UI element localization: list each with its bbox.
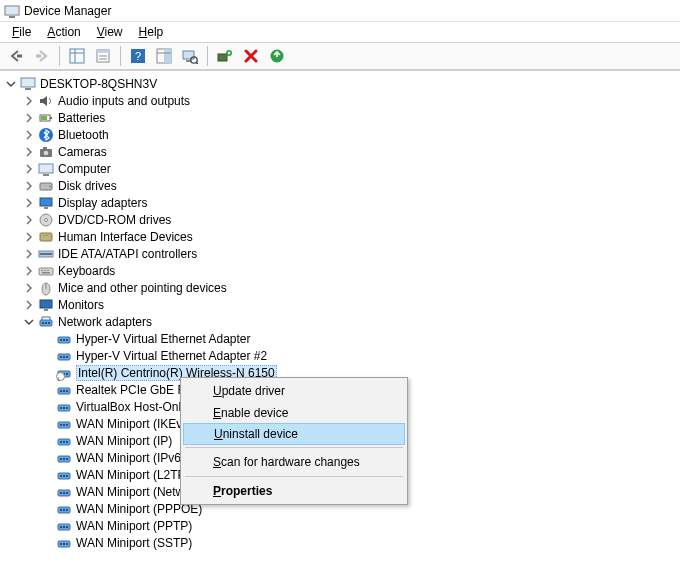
display-icon: [38, 195, 54, 211]
svg-rect-65: [63, 356, 65, 358]
tree-item-label: Bluetooth: [58, 128, 109, 142]
svg-rect-38: [44, 207, 48, 209]
toolbar-divider: [120, 46, 121, 66]
svg-rect-43: [46, 235, 48, 236]
svg-rect-70: [66, 373, 68, 375]
expander-closed-icon[interactable]: [22, 281, 36, 295]
tree-category-network[interactable]: Network adapters: [4, 313, 680, 330]
tree-item-label: WAN Miniport (PPTP): [76, 519, 192, 533]
expander-closed-icon[interactable]: [22, 264, 36, 278]
tree-device[interactable]: WAN Miniport (SSTP): [4, 534, 680, 551]
menubar: File Action View Help: [0, 22, 680, 42]
svg-rect-49: [47, 270, 49, 271]
tree-category[interactable]: Human Interface Devices: [4, 228, 680, 245]
tree-item-label: Cameras: [58, 145, 107, 159]
forward-icon[interactable]: [30, 45, 54, 67]
tree-category[interactable]: Keyboards: [4, 262, 680, 279]
svg-rect-66: [66, 356, 68, 358]
tree-item-label: Human Interface Devices: [58, 230, 193, 244]
tree-category[interactable]: DVD/CD-ROM drives: [4, 211, 680, 228]
uninstall-icon[interactable]: [265, 45, 289, 67]
expander-open-icon[interactable]: [22, 315, 36, 329]
toolbar-divider: [59, 46, 60, 66]
svg-rect-105: [63, 526, 65, 528]
svg-rect-76: [60, 407, 62, 409]
tree-category[interactable]: Audio inputs and outputs: [4, 92, 680, 109]
svg-rect-80: [60, 424, 62, 426]
battery-icon: [38, 110, 54, 126]
context-menu: Update driverEnable deviceUninstall devi…: [180, 377, 408, 505]
tree-view[interactable]: DESKTOP-8QSHN3VAudio inputs and outputsB…: [0, 70, 680, 584]
expander-closed-icon[interactable]: [22, 230, 36, 244]
expander-closed-icon[interactable]: [22, 179, 36, 193]
tree-category[interactable]: Mice and other pointing devices: [4, 279, 680, 296]
context-menu-item[interactable]: Properties: [183, 480, 405, 502]
tree-category[interactable]: Computer: [4, 160, 680, 177]
properties-icon[interactable]: [91, 45, 115, 67]
svg-rect-4: [36, 55, 41, 58]
menu-file[interactable]: File: [4, 23, 39, 41]
tree-category[interactable]: Batteries: [4, 109, 680, 126]
tree-category[interactable]: IDE ATA/ATAPI controllers: [4, 245, 680, 262]
svg-rect-72: [60, 390, 62, 392]
tree-device[interactable]: WAN Miniport (PPTP): [4, 517, 680, 534]
svg-point-36: [49, 185, 51, 187]
tree-item-label: DVD/CD-ROM drives: [58, 213, 171, 227]
disable-icon[interactable]: [239, 45, 263, 67]
svg-rect-92: [60, 475, 62, 477]
scan-hw-icon[interactable]: [178, 45, 202, 67]
tree-category[interactable]: Cameras: [4, 143, 680, 160]
tree-device[interactable]: Hyper-V Virtual Ethernet Adapter: [4, 330, 680, 347]
tree-category[interactable]: Disk drives: [4, 177, 680, 194]
show-hide-tree-icon[interactable]: [65, 45, 89, 67]
expander-open-icon[interactable]: [4, 77, 18, 91]
tree-category[interactable]: Bluetooth: [4, 126, 680, 143]
mouse-icon: [38, 280, 54, 296]
expander-closed-icon[interactable]: [22, 298, 36, 312]
tree-category[interactable]: Monitors: [4, 296, 680, 313]
menu-action[interactable]: Action: [39, 23, 88, 41]
tree-root-node[interactable]: DESKTOP-8QSHN3V: [4, 75, 680, 92]
tree-item-label: Disk drives: [58, 179, 117, 193]
tree-item-label: Mice and other pointing devices: [58, 281, 227, 295]
expander-closed-icon[interactable]: [22, 247, 36, 261]
svg-rect-5: [70, 49, 84, 63]
tree-item-label: WAN Miniport (IP): [76, 434, 172, 448]
tree-item-label: Keyboards: [58, 264, 115, 278]
svg-rect-46: [39, 268, 53, 275]
expander-closed-icon[interactable]: [22, 111, 36, 125]
add-legacy-icon[interactable]: [213, 45, 237, 67]
show-hidden-icon[interactable]: [152, 45, 176, 67]
context-menu-item[interactable]: Enable device: [183, 402, 405, 424]
context-menu-item-label: Update driver: [213, 384, 285, 398]
context-menu-item-label: Uninstall device: [214, 427, 298, 441]
expander-closed-icon[interactable]: [22, 162, 36, 176]
expander-closed-icon[interactable]: [22, 94, 36, 108]
expander-closed-icon[interactable]: [22, 213, 36, 227]
svg-rect-50: [42, 272, 50, 274]
expander-closed-icon[interactable]: [22, 196, 36, 210]
svg-rect-96: [60, 492, 62, 494]
context-menu-item[interactable]: Scan for hardware changes: [183, 451, 405, 473]
svg-rect-3: [17, 55, 22, 58]
menu-view[interactable]: View: [89, 23, 131, 41]
context-menu-item-label: Scan for hardware changes: [213, 455, 360, 469]
network-icon: [38, 314, 54, 330]
svg-rect-62: [66, 339, 68, 341]
context-menu-item[interactable]: Update driver: [183, 380, 405, 402]
tree-device[interactable]: Hyper-V Virtual Ethernet Adapter #2: [4, 347, 680, 364]
expander-closed-icon[interactable]: [22, 128, 36, 142]
menu-help[interactable]: Help: [131, 23, 172, 41]
expander-closed-icon[interactable]: [22, 145, 36, 159]
svg-rect-74: [66, 390, 68, 392]
help-icon[interactable]: ?: [126, 45, 150, 67]
computer-icon: [38, 161, 54, 177]
tree-item-label: WAN Miniport (L2TP): [76, 468, 190, 482]
back-icon[interactable]: [4, 45, 28, 67]
tree-category[interactable]: Display adapters: [4, 194, 680, 211]
context-menu-item[interactable]: Uninstall device: [183, 423, 405, 445]
network-adapter-icon: [56, 484, 72, 500]
tree-item-label: WAN Miniport (SSTP): [76, 536, 192, 550]
svg-rect-2: [9, 16, 15, 18]
svg-rect-104: [60, 526, 62, 528]
